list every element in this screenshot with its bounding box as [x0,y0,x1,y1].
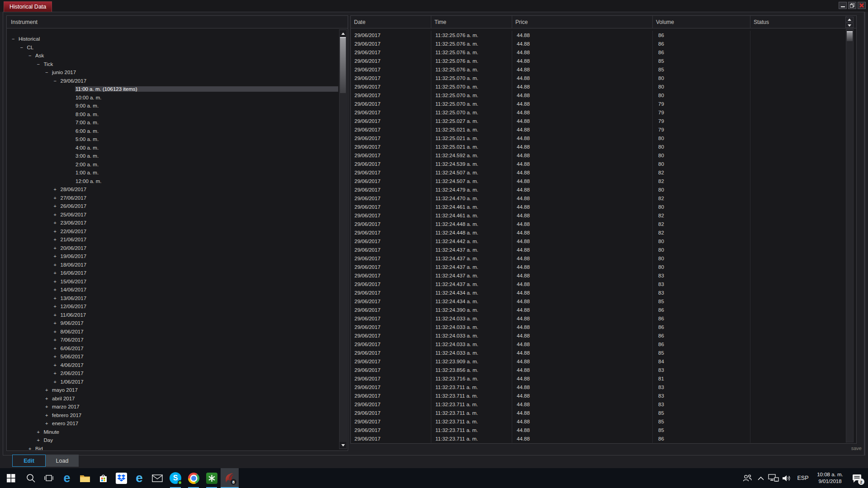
tree-scrollbar[interactable] [339,29,347,449]
table-row[interactable]: 29/06/201711:32:24.033 a. m.44.8886 [351,331,856,340]
tree-item-9-06-2017[interactable]: +9/06/2017 [7,319,338,328]
table-scrollbar-thumb[interactable] [847,31,853,41]
tree-expand-icon[interactable]: + [54,237,60,242]
table-row[interactable]: 29/06/201711:32:24.437 a. m.44.8880 [351,263,856,271]
tree-item-20-06-2017[interactable]: +20/06/2017 [7,244,338,253]
tree-item-4-06-2017[interactable]: +4/06/2017 [7,361,338,370]
table-row[interactable]: 29/06/201711:32:24.507 a. m.44.8882 [351,177,856,185]
tree-item-abril-2017[interactable]: +abril 2017 [7,394,338,403]
tree-item-28-06-2017[interactable]: +28/06/2017 [7,185,338,194]
taskbar-search-button[interactable] [22,468,40,488]
taskbar-dropbox-button[interactable] [112,468,130,488]
table-row[interactable]: 29/06/201711:32:24.033 a. m.44.8886 [351,340,856,348]
tree-expand-icon[interactable]: + [54,354,60,359]
tree-expand-icon[interactable]: + [54,187,60,192]
column-header-date[interactable]: Date [351,16,431,28]
table-scrollbar[interactable] [846,29,854,442]
tree-item-23-06-2017[interactable]: +23/06/2017 [7,219,338,227]
table-row[interactable]: 29/06/201711:32:24.033 a. m.44.8885 [351,348,856,357]
column-header-status[interactable]: Status [750,16,846,28]
table-row[interactable]: 29/06/201711:32:23.711 a. m.44.8886 [351,434,856,443]
taskbar-green-asterisk-app-button[interactable] [203,468,221,488]
table-row[interactable]: 29/06/201711:32:25.076 a. m.44.8885 [351,56,856,65]
table-row[interactable]: 29/06/201711:32:24.437 a. m.44.8880 [351,245,856,254]
taskbar-mail-button[interactable] [148,468,166,488]
table-row[interactable]: 29/06/201711:32:25.076 a. m.44.8886 [351,39,856,48]
tree-expand-icon[interactable]: + [45,413,52,418]
tree-item-9-00-a-m[interactable]: 9:00 a. m. [7,102,338,110]
taskbar-edge-button[interactable]: e [58,468,76,488]
table-row[interactable]: 29/06/201711:32:24.470 a. m.44.8882 [351,194,856,202]
tree-item-6-06-2017[interactable]: +6/06/2017 [7,344,338,353]
column-header-price[interactable]: Price [512,16,653,28]
table-row[interactable]: 29/06/201711:32:24.390 a. m.44.8886 [351,305,856,314]
table-row[interactable]: 29/06/201711:32:23.711 a. m.44.8883 [351,391,856,400]
tree-expand-icon[interactable]: + [54,337,60,343]
tree-item-7-00-a-m[interactable]: 7:00 a. m. [7,118,338,127]
table-row[interactable]: 29/06/201711:32:24.507 a. m.44.8882 [351,168,856,177]
table-row[interactable]: 29/06/201711:32:25.076 a. m.44.8886 [351,31,856,39]
table-row[interactable]: 29/06/201711:32:24.033 a. m.44.8886 [351,314,856,323]
taskbar-file-explorer-button[interactable] [76,468,94,488]
tree-item-18-06-2017[interactable]: +18/06/2017 [7,261,338,269]
tree-expand-icon[interactable]: + [54,329,60,334]
tree-expand-icon[interactable]: + [54,346,60,351]
tree-item-tick[interactable]: −Tick [7,60,338,69]
table-row[interactable]: 29/06/201711:32:25.070 a. m.44.8880 [351,91,856,99]
language-indicator[interactable]: ESP [794,468,812,488]
column-header-volume[interactable]: Volume [653,16,750,28]
table-row[interactable]: 29/06/201711:32:24.479 a. m.44.8880 [351,185,856,194]
taskbar-ninjatrader-8-button[interactable]: 8 [221,468,239,488]
table-row[interactable]: 29/06/201711:32:24.033 a. m.44.8886 [351,323,856,331]
table-row[interactable]: 29/06/201711:32:25.021 a. m.44.8879 [351,125,856,134]
tree-expand-icon[interactable]: + [54,220,60,225]
table-row[interactable]: 29/06/201711:32:24.592 a. m.44.8880 [351,151,856,160]
tree-expand-icon[interactable]: + [54,262,60,267]
tree-item-12-00-a-m[interactable]: 12:00 a. m. [7,177,338,186]
tree-item-historical[interactable]: −Historical [7,35,338,43]
tree-expand-icon[interactable]: + [54,203,60,209]
clock[interactable]: 10:08 a. m. 9/01/2018 [812,468,848,488]
table-row[interactable]: 29/06/201711:32:24.448 a. m.44.8882 [351,228,856,237]
tree-collapse-icon[interactable]: − [28,53,35,58]
tree-expand-icon[interactable]: + [54,362,60,368]
tab-edit[interactable]: Edit [12,455,46,467]
table-row[interactable]: 29/06/201711:32:25.070 a. m.44.8879 [351,99,856,108]
network-button[interactable] [767,468,780,488]
tree-item-11-00-a-m-106123-items[interactable]: 11:00 a. m. (106123 items) [7,85,338,94]
table-row[interactable]: 29/06/201711:32:25.021 a. m.44.8880 [351,134,856,142]
window-title-tab[interactable]: Historical Data [4,1,52,12]
table-row[interactable]: 29/06/201711:32:25.070 a. m.44.8879 [351,108,856,117]
close-button[interactable] [858,2,866,9]
tree-item-mayo-2017[interactable]: +mayo 2017 [7,386,338,394]
tree-expand-icon[interactable]: + [54,212,60,217]
tree-expand-icon[interactable]: + [37,437,43,443]
taskbar-task-view-button[interactable] [40,468,58,488]
tree-item-27-06-2017[interactable]: +27/06/2017 [7,194,338,202]
tree-collapse-icon[interactable]: − [12,36,18,42]
table-row[interactable]: 29/06/201711:32:25.076 a. m.44.8886 [351,48,856,56]
tree-expand-icon[interactable]: + [54,304,60,309]
taskbar-internet-explorer-button[interactable]: e [130,468,148,488]
tree-item-bid[interactable]: +Bid [7,445,338,450]
tree-expand-icon[interactable]: + [54,312,60,318]
table-row[interactable]: 29/06/201711:32:24.539 a. m.44.8880 [351,160,856,168]
table-row[interactable]: 29/06/201711:32:24.461 a. m.44.8880 [351,202,856,211]
column-header-time[interactable]: Time [431,16,512,28]
action-center-button[interactable]: 2 [848,468,865,488]
volume-button[interactable] [780,468,794,488]
tree-item-12-06-2017[interactable]: +12/06/2017 [7,302,338,311]
tree-collapse-icon[interactable]: − [20,45,27,50]
tree-expand-icon[interactable]: + [54,245,60,251]
tree-expand-icon[interactable]: + [54,296,60,301]
table-row[interactable]: 29/06/201711:32:25.021 a. m.44.8880 [351,142,856,151]
tree-item-15-06-2017[interactable]: +15/06/2017 [7,277,338,286]
tree-item-5-00-a-m[interactable]: 5:00 a. m. [7,135,338,144]
tree-item-29-06-2017[interactable]: −29/06/2017 [7,77,338,85]
tree-expand-icon[interactable]: + [54,320,60,326]
tree-scrollbar-thumb[interactable] [340,37,346,93]
tree-expand-icon[interactable]: + [45,396,52,401]
tree-expand-icon[interactable]: + [28,446,35,450]
tree-item-11-06-2017[interactable]: +11/06/2017 [7,311,338,319]
table-row[interactable]: 29/06/201711:32:24.442 a. m.44.8880 [351,237,856,245]
